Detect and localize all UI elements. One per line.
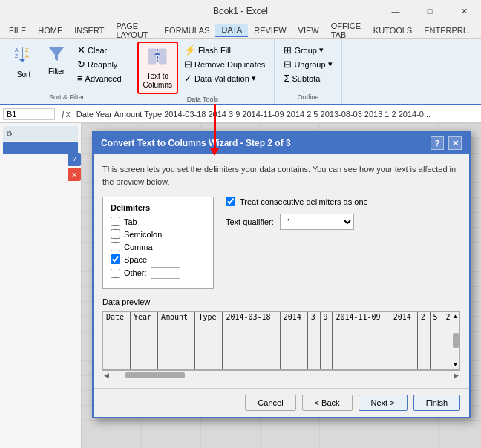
remove-duplicates-button[interactable]: ⊟ Remove Duplicates xyxy=(181,57,268,71)
menu-insert[interactable]: INSERT xyxy=(68,24,110,36)
scroll-right-arrow[interactable]: ▶ xyxy=(452,372,460,379)
svg-marker-3 xyxy=(19,59,25,62)
advanced-button[interactable]: ≡ Advanced xyxy=(74,71,125,85)
semicolon-checkbox[interactable] xyxy=(111,229,120,239)
space-checkbox-row: Space xyxy=(111,254,206,264)
scroll-left-arrow[interactable]: ◀ xyxy=(102,372,111,379)
menu-view[interactable]: VIEW xyxy=(292,24,325,36)
sheet-area: ⚙ ? ✕ Convert Text to Columns Wizard - S… xyxy=(0,123,481,448)
dialog-help-button[interactable]: ? xyxy=(431,136,444,150)
preview-col-date2: 2014-03-18 xyxy=(223,312,280,369)
scroll-thumb-h[interactable] xyxy=(125,372,185,378)
scroll-down-arrow[interactable]: ▼ xyxy=(451,360,460,369)
maximize-button[interactable]: □ xyxy=(413,0,447,22)
reapply-button[interactable]: ↻ Reapply xyxy=(74,57,125,71)
preview-col-yr3: 2014 xyxy=(390,312,417,369)
left-panel: ⚙ ? ✕ xyxy=(0,123,82,448)
data-validation-button[interactable]: ✓ Data Validation ▾ xyxy=(181,71,268,85)
menu-review[interactable]: REVIEW xyxy=(248,24,292,36)
next-button[interactable]: Next > xyxy=(359,395,408,411)
svg-rect-6 xyxy=(148,49,156,64)
reapply-label: Reapply xyxy=(88,60,117,69)
ungroup-icon: ⊟ xyxy=(284,59,292,70)
text-to-columns-button[interactable]: Text toColumns xyxy=(137,42,178,94)
tab-checkbox-row: Tab xyxy=(111,217,206,226)
preview-col-type: Type xyxy=(195,312,223,369)
flash-fill-button[interactable]: ⚡ Flash Fill xyxy=(181,43,268,57)
preview-area: Data preview Date Year Amount Type 2014-… xyxy=(102,297,460,379)
comma-checkbox[interactable] xyxy=(111,242,120,251)
subtotal-button[interactable]: Σ Subtotal xyxy=(281,71,335,85)
panel-header: ⚙ xyxy=(6,130,13,138)
other-label: Other: xyxy=(124,269,147,277)
ribbon-group-data-tools: Text toColumns ⚡ Flash Fill ⊟ Remove Dup… xyxy=(131,39,275,104)
filter-button[interactable]: Filter xyxy=(42,42,71,79)
data-tools-label: Data Tools xyxy=(187,94,218,103)
scroll-up-arrow[interactable]: ▲ xyxy=(451,312,460,321)
space-checkbox[interactable] xyxy=(111,254,120,264)
preview-label: Data preview xyxy=(102,297,460,306)
other-checkbox[interactable] xyxy=(111,269,120,278)
panel-btn-1[interactable]: ? xyxy=(68,153,81,166)
menu-page-layout[interactable]: PAGE LAYOUT xyxy=(110,20,158,41)
dialog-title-controls: ? ✕ xyxy=(431,136,462,150)
delimiters-box: Delimiters Tab Semicolon C xyxy=(102,197,214,289)
minimize-button[interactable]: — xyxy=(379,0,413,22)
back-button[interactable]: < Back xyxy=(302,395,353,411)
menu-office-tab[interactable]: OFFICE TAB xyxy=(325,20,367,41)
menu-kutools[interactable]: KUTOOLS xyxy=(367,24,418,36)
comma-checkbox-row: Comma xyxy=(111,242,206,251)
finish-button[interactable]: Finish xyxy=(413,395,460,411)
text-to-columns-label: Text toColumns xyxy=(143,72,172,90)
menu-formulas[interactable]: FORMULAS xyxy=(158,24,215,36)
ribbon-group-sort-filter: A Z Z A Sort Filter xyxy=(3,39,131,104)
data-val-icon: ✓ xyxy=(184,73,192,84)
semicolon-label: Semicolon xyxy=(124,230,162,239)
semicolon-checkbox-row: Semicolon xyxy=(111,229,206,239)
formula-bar: ƒx Date Year Amount Type 2014-03-18 2014… xyxy=(0,105,481,123)
right-options: Treat consecutive delimiters as one Text… xyxy=(226,197,460,289)
sort-filter-label: Sort & Filter xyxy=(49,92,85,101)
left-panel-actions: ? ✕ xyxy=(68,153,81,181)
consecutive-checkbox[interactable] xyxy=(226,197,235,206)
ungroup-label: Ungroup xyxy=(294,60,325,69)
tab-checkbox[interactable] xyxy=(111,217,120,226)
panel-btn-x[interactable]: ✕ xyxy=(68,168,81,181)
name-box[interactable] xyxy=(3,108,55,120)
preview-col-n2: 9 xyxy=(320,312,333,369)
dialog-close-button[interactable]: ✕ xyxy=(448,136,462,150)
svg-text:Z: Z xyxy=(15,53,19,59)
close-button[interactable]: ✕ xyxy=(447,0,481,22)
group-button[interactable]: ⊞ Group ▾ xyxy=(281,43,335,57)
subtotal-label: Subtotal xyxy=(292,74,321,83)
filter-icon xyxy=(48,45,65,66)
filter-options-col: ✕ Clear ↻ Reapply ≡ Advanced xyxy=(74,42,125,87)
window-controls: — □ ✕ xyxy=(379,0,481,22)
menu-enterprise[interactable]: ENTERPRI... xyxy=(418,24,478,36)
menu-home[interactable]: HOME xyxy=(32,24,68,36)
clear-icon: ✕ xyxy=(77,45,85,56)
cancel-button[interactable]: Cancel xyxy=(245,395,295,411)
svg-text:A: A xyxy=(15,47,19,53)
formula-content: Date Year Amount Type 2014-03-18 2014 3 … xyxy=(76,110,478,119)
ungroup-button[interactable]: ⊟ Ungroup ▾ xyxy=(281,57,335,71)
svg-text:A: A xyxy=(25,53,29,59)
scroll-thumb-v[interactable] xyxy=(453,333,459,348)
menu-data[interactable]: DATA xyxy=(215,24,248,37)
sort-icon: A Z Z A xyxy=(13,45,34,69)
remove-dup-icon: ⊟ xyxy=(184,59,192,70)
clear-button[interactable]: ✕ Clear xyxy=(74,43,125,57)
preview-col-date: Date xyxy=(103,312,130,369)
data-tools-sub-col: ⚡ Flash Fill ⊟ Remove Duplicates ✓ Data … xyxy=(181,42,268,87)
outline-buttons: ⊞ Group ▾ ⊟ Ungroup ▾ Σ Subtotal xyxy=(281,42,335,92)
sort-label: Sort xyxy=(17,70,30,79)
other-input[interactable] xyxy=(151,267,180,279)
outline-label: Outline xyxy=(298,92,319,101)
subtotal-icon: Σ xyxy=(284,73,289,84)
data-val-arrow[interactable]: ▾ xyxy=(252,73,256,83)
sort-button[interactable]: A Z Z A Sort xyxy=(9,42,39,82)
menu-file[interactable]: FILE xyxy=(3,24,32,36)
dialog-title: Convert Text to Columns Wizard - Step 2 … xyxy=(101,138,291,148)
outline-sub-col: ⊞ Group ▾ ⊟ Ungroup ▾ Σ Subtotal xyxy=(281,42,335,87)
qualifier-select[interactable]: " ' {none} xyxy=(280,214,354,230)
